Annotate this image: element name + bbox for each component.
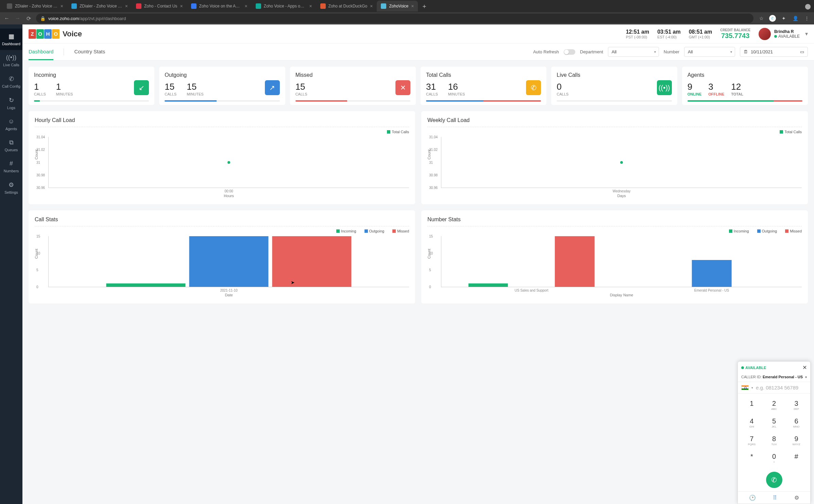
y-tick: 30.96: [36, 186, 45, 190]
key-#[interactable]: #: [785, 449, 808, 467]
tab-country-stats[interactable]: Country Stats: [74, 44, 105, 60]
close-icon[interactable]: ×: [61, 3, 63, 9]
browser-tab[interactable]: ZDialer - Zoho Voice Extens×: [67, 1, 132, 12]
clock-tz: PST (-08:00): [626, 35, 649, 39]
number-select[interactable]: All▾: [684, 47, 735, 57]
forward-icon[interactable]: →: [14, 15, 21, 21]
key-4[interactable]: 4GHI: [741, 414, 763, 432]
metric-label: MINUTES: [187, 92, 204, 96]
key-letters: TUV: [763, 443, 785, 446]
key-5[interactable]: 5JKL: [763, 414, 785, 432]
chart-title: Hourly Call Load: [35, 117, 409, 123]
phone-input[interactable]: ▾ e.g. 081234 56789: [738, 382, 810, 394]
sidebar-item-queues[interactable]: ⧉Queues: [0, 135, 22, 156]
browser-tab[interactable]: Zoho Voice - Apps on Goog×: [252, 1, 316, 12]
key-8[interactable]: 8TUV: [763, 432, 785, 449]
caller-id-select[interactable]: CALLER ID: Emerald Personal - US ▾: [738, 373, 810, 382]
app-header: ZOHO Voice 12:51 amPST (-08:00)03:51 amE…: [22, 24, 814, 44]
call-button[interactable]: ✆: [766, 472, 782, 488]
browser-tab[interactable]: ZDialer - Zoho Voice Extens×: [3, 1, 67, 12]
close-icon[interactable]: ×: [244, 3, 247, 9]
sidebar-item-call-config[interactable]: ✆Call Config: [0, 71, 22, 92]
url-input[interactable]: 🔒 voice.zoho.com/app/zvt.jsp#/dashboard: [36, 14, 753, 23]
auto-refresh-toggle[interactable]: [564, 49, 575, 55]
star-icon[interactable]: ☆: [758, 16, 765, 21]
chart-hourly: Hourly Call LoadTotal CallsCountHours30.…: [29, 111, 415, 204]
metric-value: 0: [557, 82, 569, 92]
x-axis-label: Display Name: [610, 293, 633, 297]
metric-label: CALLS: [295, 92, 307, 96]
date-picker[interactable]: 🗓 10/11/2021 ▭: [740, 47, 808, 57]
caller-id-label: CALLER ID:: [741, 375, 762, 379]
close-icon[interactable]: ×: [309, 3, 312, 9]
metric-value: 31: [426, 82, 438, 92]
kebab-icon[interactable]: ⋮: [803, 16, 811, 21]
tab-title: Zoho Voice on the App Sto: [199, 4, 242, 8]
key-3[interactable]: 3DEF: [785, 396, 808, 414]
key-9[interactable]: 9WXYZ: [785, 432, 808, 449]
close-icon[interactable]: ×: [180, 3, 183, 9]
metric-label: CALLS: [557, 92, 569, 96]
browser-tab[interactable]: Zoho - Contact Us×: [132, 1, 187, 12]
chart-title: Call Stats: [35, 216, 409, 223]
sidebar-item-numbers[interactable]: #Numbers: [0, 156, 22, 177]
chart-title: Weekly Call Load: [427, 117, 802, 123]
key-7[interactable]: 7PQRS: [741, 432, 763, 449]
key-*[interactable]: *: [741, 449, 763, 467]
x-axis-label: Hours: [224, 194, 234, 198]
key-letters: MNO: [785, 425, 808, 428]
sidebar-item-logs[interactable]: ↻Logs: [0, 92, 22, 114]
card-total-calls: Total Calls31CALLS16MINUTES✆: [421, 67, 546, 105]
y-tick: 31.04: [429, 135, 438, 139]
y-tick: 31: [429, 160, 433, 164]
key-1[interactable]: 1: [741, 396, 763, 414]
india-flag-icon[interactable]: [741, 385, 749, 390]
close-icon[interactable]: ✕: [802, 364, 807, 371]
history-icon[interactable]: 🕑: [749, 494, 756, 501]
sidebar-item-agents[interactable]: ☺Agents: [0, 114, 22, 135]
key-6[interactable]: 6MNO: [785, 414, 808, 432]
sidebar-item-dashboard[interactable]: ▦Dashboard: [0, 29, 22, 50]
extension-icon[interactable]: ✆: [769, 15, 776, 22]
reload-icon[interactable]: ⟳: [25, 15, 32, 22]
metric-value: 12: [731, 82, 743, 92]
settings-icon: ⚙: [9, 181, 14, 189]
chart-weekly: Weekly Call LoadTotal CallsCountDays30.9…: [421, 111, 808, 204]
favicon: [71, 3, 77, 9]
card-title: Live Calls: [557, 72, 672, 78]
user-status: AVAILABLE: [774, 34, 800, 39]
sidebar-label: Dashboard: [2, 42, 20, 46]
sidebar-item-live-calls[interactable]: ((•))Live Calls: [0, 50, 22, 71]
metric-label: MINUTES: [448, 92, 465, 96]
gear-icon[interactable]: ⚙: [794, 494, 799, 501]
sidebar-item-settings[interactable]: ⚙Settings: [0, 177, 22, 198]
browser-tab[interactable]: ZohoVoice×: [377, 1, 418, 12]
dialer-panel: AVAILABLE ✕ CALLER ID: Emerald Personal …: [737, 361, 811, 504]
sidebar-label: Agents: [5, 127, 17, 131]
x-tick: 2021-11-10: [220, 289, 237, 292]
tab-title: Zoho - Contact Us: [144, 4, 177, 8]
tab-dashboard[interactable]: Dashboard: [29, 44, 53, 60]
live-calls-icon: ((•)): [6, 54, 16, 61]
close-icon[interactable]: ×: [411, 3, 414, 9]
close-icon[interactable]: ×: [125, 3, 128, 9]
new-tab-button[interactable]: ＋: [418, 2, 431, 10]
key-0[interactable]: 0+: [763, 449, 785, 467]
card-title: Agents: [688, 72, 802, 78]
user-menu[interactable]: Brindha RAVAILABLE▾: [759, 28, 808, 40]
calendar-alt-icon: ▭: [800, 49, 804, 54]
dialpad-icon[interactable]: ⠿: [773, 494, 777, 501]
profile-icon[interactable]: 👤: [792, 16, 799, 21]
metric-label: MINUTES: [56, 92, 73, 96]
chart-numberstats: Number StatsIncomingOutgoingMissedCountD…: [421, 210, 808, 303]
key-2[interactable]: 2ABC: [763, 396, 785, 414]
puzzle-icon[interactable]: ✦: [780, 16, 787, 21]
browser-menu-icon[interactable]: ⬤: [804, 3, 811, 10]
back-icon[interactable]: ←: [3, 15, 10, 21]
department-select[interactable]: All▾: [608, 47, 659, 57]
browser-tab[interactable]: Zoho at DuckDuckGo×: [316, 1, 377, 12]
close-icon[interactable]: ×: [370, 3, 373, 9]
key-letters: WXYZ: [785, 443, 808, 446]
view-tabs: Dashboard Country Stats: [29, 44, 105, 60]
browser-tab[interactable]: Zoho Voice on the App Sto×: [187, 1, 252, 12]
